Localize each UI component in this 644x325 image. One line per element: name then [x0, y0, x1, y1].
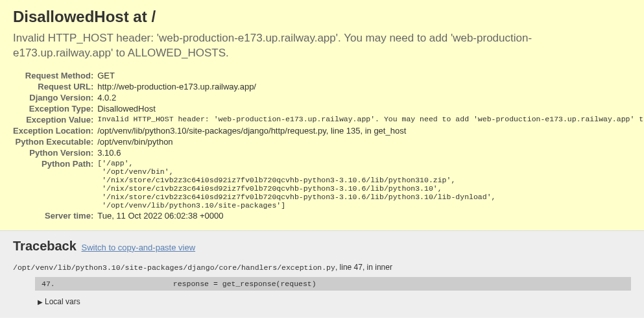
meta-value-python-version: 3.10.6	[97, 147, 644, 158]
meta-value-python-path: ['/app', '/opt/venv/bin', '/nix/store/c1…	[97, 158, 644, 210]
triangle-right-icon: ▶	[38, 298, 43, 306]
meta-value-exception-location: /opt/venv/lib/python3.10/site-packages/d…	[97, 125, 644, 136]
meta-label-request-method: Request Method:	[13, 70, 97, 81]
traceback-heading: Traceback	[13, 239, 77, 253]
error-summary-panel: DisallowedHost at / Invalid HTTP_HOST he…	[0, 0, 644, 231]
switch-view-link[interactable]: Switch to copy-and-paste view	[81, 243, 195, 252]
meta-label-exception-location: Exception Location:	[13, 125, 97, 136]
context-code: response = get_response(request)	[119, 280, 316, 288]
frame-path: /opt/venv/lib/python3.10/site-packages/d…	[13, 263, 335, 272]
meta-value-server-time: Tue, 11 Oct 2022 06:02:38 +0000	[97, 210, 644, 221]
traceback-frame: /opt/venv/lib/python3.10/site-packages/d…	[13, 263, 631, 306]
frame-location: /opt/venv/lib/python3.10/site-packages/d…	[13, 263, 631, 272]
error-message: Invalid HTTP_HOST header: 'web-productio…	[13, 31, 631, 61]
meta-label-python-executable: Python Executable:	[13, 136, 97, 147]
meta-value-django-version: 4.0.2	[97, 92, 644, 103]
meta-value-request-url: http://web-production-e173.up.railway.ap…	[97, 81, 644, 92]
meta-value-python-executable: /opt/venv/bin/python	[97, 136, 644, 147]
python-path-pre: ['/app', '/opt/venv/bin', '/nix/store/c1…	[97, 159, 644, 210]
request-meta-table: Request Method: GET Request URL: http://…	[13, 70, 644, 221]
meta-label-request-url: Request URL:	[13, 81, 97, 92]
context-line[interactable]: 47. response = get_response(request)	[35, 277, 631, 291]
context-lineno: 47.	[42, 280, 119, 288]
local-vars-toggle[interactable]: ▶Local vars	[38, 297, 631, 306]
meta-label-exception-type: Exception Type:	[13, 103, 97, 114]
local-vars-label: Local vars	[45, 297, 80, 306]
meta-label-django-version: Django Version:	[13, 92, 97, 103]
meta-label-python-version: Python Version:	[13, 147, 97, 158]
meta-label-exception-value: Exception Value:	[13, 114, 97, 125]
meta-value-request-method: GET	[97, 70, 644, 81]
error-title: DisallowedHost at /	[13, 8, 631, 26]
meta-value-exception-type: DisallowedHost	[97, 103, 644, 114]
meta-label-server-time: Server time:	[13, 210, 97, 221]
exception-value-pre: Invalid HTTP_HOST header: 'web-productio…	[97, 115, 644, 123]
meta-label-python-path: Python Path:	[13, 158, 97, 210]
frame-line-info: , line 47, in inner	[335, 263, 392, 272]
traceback-panel: Traceback Switch to copy-and-paste view …	[0, 231, 644, 318]
meta-value-exception-value: Invalid HTTP_HOST header: 'web-productio…	[97, 114, 644, 125]
